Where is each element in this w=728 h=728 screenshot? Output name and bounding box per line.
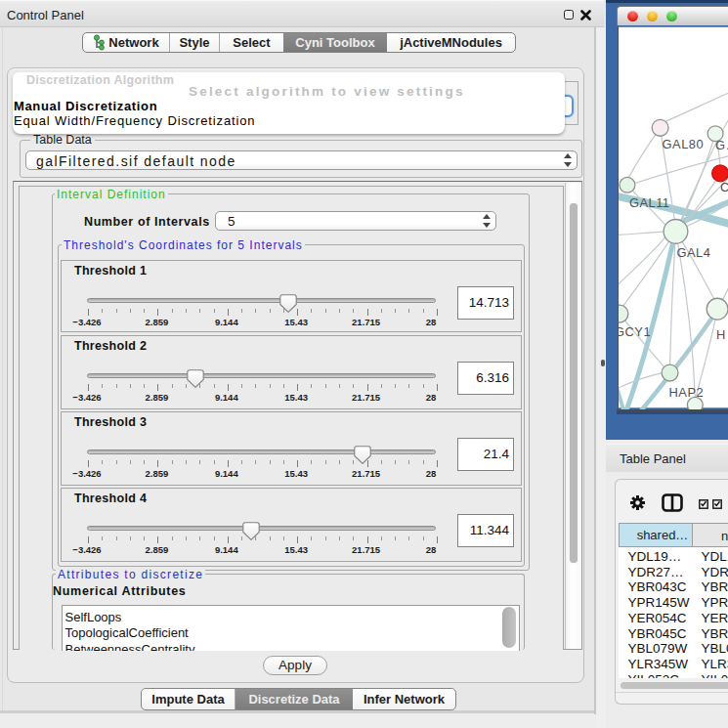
- svg-text:GAL4: GAL4: [676, 245, 710, 260]
- svg-text:H: H: [716, 327, 726, 342]
- svg-text:C…: C…: [720, 180, 728, 194]
- svg-text:HAP2: HAP2: [669, 385, 705, 400]
- svg-text:G…: G…: [715, 138, 728, 152]
- svg-text:GCY1: GCY1: [618, 324, 651, 339]
- svg-text:GAL80: GAL80: [663, 137, 705, 151]
- svg-text:GAL11: GAL11: [629, 195, 670, 210]
